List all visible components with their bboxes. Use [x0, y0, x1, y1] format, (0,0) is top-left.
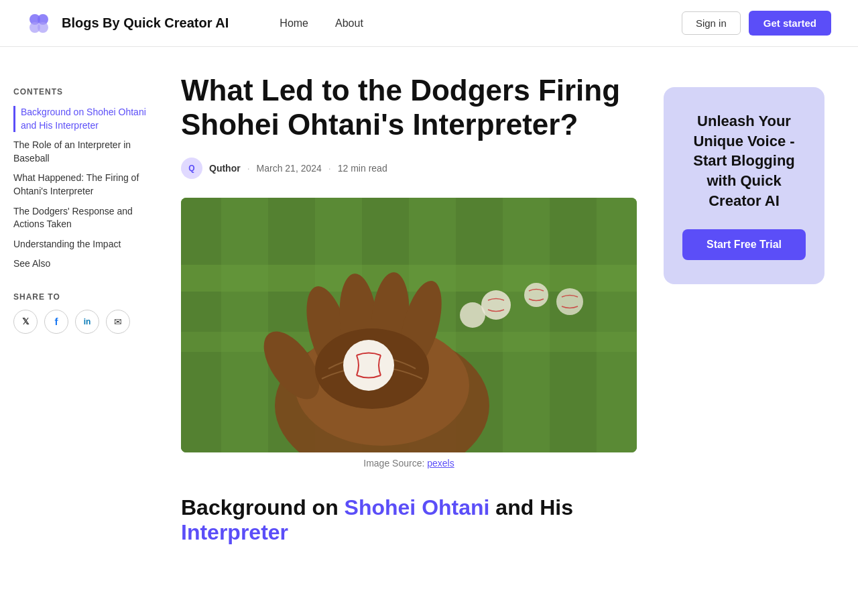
- contents-title: CONTENTS: [13, 87, 154, 97]
- toc-link-2[interactable]: The Role of an Interpreter in Baseball: [13, 139, 131, 164]
- main-content: What Led to the Dodgers Firing Shohei Oh…: [154, 74, 664, 545]
- linkedin-icon: in: [84, 317, 91, 326]
- svg-rect-10: [181, 265, 637, 292]
- facebook-icon: f: [55, 316, 58, 327]
- svg-point-20: [343, 340, 394, 391]
- interpreter-link[interactable]: Interpreter: [181, 520, 288, 544]
- nav-about[interactable]: About: [335, 17, 363, 29]
- email-share-button[interactable]: ✉: [106, 310, 130, 334]
- promo-card-text: Unleash Your Unique Voice - Start Bloggi…: [682, 111, 806, 210]
- table-of-contents: Background on Shohei Ohtani and His Inte…: [13, 106, 154, 271]
- linkedin-share-button[interactable]: in: [75, 310, 99, 334]
- left-sidebar: CONTENTS Background on Shohei Ohtani and…: [13, 74, 154, 545]
- toc-item-1[interactable]: Background on Shohei Ohtani and His Inte…: [13, 106, 154, 132]
- header-left: Blogs By Quick Creator AI Home About: [27, 11, 363, 36]
- article-meta: Q Quthor · March 21, 2024 · 12 min read: [181, 158, 637, 179]
- getstarted-button[interactable]: Get started: [749, 11, 831, 36]
- header-right: Sign in Get started: [682, 11, 831, 36]
- page-body: CONTENTS Background on Shohei Ohtani and…: [0, 47, 858, 572]
- toc-link-3[interactable]: What Happened: The Firing of Ohtani's In…: [13, 172, 139, 196]
- site-title: Blogs By Quick Creator AI: [62, 15, 229, 31]
- svg-rect-9: [550, 198, 597, 452]
- share-title: SHARE TO: [13, 292, 154, 302]
- main-nav: Home About: [280, 17, 363, 29]
- svg-point-21: [481, 290, 511, 320]
- image-caption: Image Source: pexels: [181, 458, 637, 469]
- email-icon: ✉: [114, 316, 122, 327]
- logo-icon: [27, 11, 51, 36]
- toc-link-6[interactable]: See Also: [13, 258, 50, 269]
- toc-item-4[interactable]: The Dodgers' Response and Actions Taken: [13, 205, 154, 231]
- toc-item-3[interactable]: What Happened: The Firing of Ohtani's In…: [13, 172, 154, 198]
- svg-rect-5: [181, 198, 221, 452]
- toc-item-5[interactable]: Understanding the Impact: [13, 238, 154, 251]
- svg-point-3: [38, 22, 48, 33]
- facebook-share-button[interactable]: f: [44, 310, 68, 334]
- ohtani-link[interactable]: Shohei Ohtani: [345, 495, 490, 519]
- right-sidebar: Unleash Your Unique Voice - Start Bloggi…: [664, 74, 824, 545]
- image-source-link[interactable]: pexels: [427, 458, 454, 469]
- twitter-share-button[interactable]: 𝕏: [13, 310, 38, 334]
- promo-card: Unleash Your Unique Voice - Start Bloggi…: [664, 87, 824, 284]
- article-image: [181, 198, 637, 452]
- toc-link-1[interactable]: Background on Shohei Ohtani and His Inte…: [13, 106, 154, 132]
- toc-link-4[interactable]: The Dodgers' Response and Actions Taken: [13, 206, 133, 230]
- background-heading: Background on Shohei Ohtani and His Inte…: [181, 495, 637, 545]
- author-initials: Q: [188, 164, 194, 173]
- nav-home[interactable]: Home: [280, 17, 308, 29]
- toc-link-5[interactable]: Understanding the Impact: [13, 239, 121, 249]
- svg-point-22: [524, 283, 548, 307]
- site-header: Blogs By Quick Creator AI Home About Sig…: [0, 0, 858, 47]
- toc-item-6[interactable]: See Also: [13, 257, 154, 271]
- article-date: March 21, 2024: [257, 163, 322, 174]
- toc-item-2[interactable]: The Role of an Interpreter in Baseball: [13, 139, 154, 165]
- free-trial-button[interactable]: Start Free Trial: [682, 229, 806, 260]
- share-icons: 𝕏 f in ✉: [13, 310, 154, 334]
- author-name: Quthor: [209, 163, 241, 174]
- twitter-icon: 𝕏: [22, 316, 29, 326]
- article-image-container: Image Source: pexels: [181, 198, 637, 469]
- signin-button[interactable]: Sign in: [682, 11, 741, 35]
- svg-point-24: [460, 302, 485, 328]
- read-time: 12 min read: [338, 163, 387, 174]
- author-avatar: Q: [181, 158, 202, 179]
- svg-point-23: [556, 288, 583, 315]
- article-title: What Led to the Dodgers Firing Shohei Oh…: [181, 74, 637, 141]
